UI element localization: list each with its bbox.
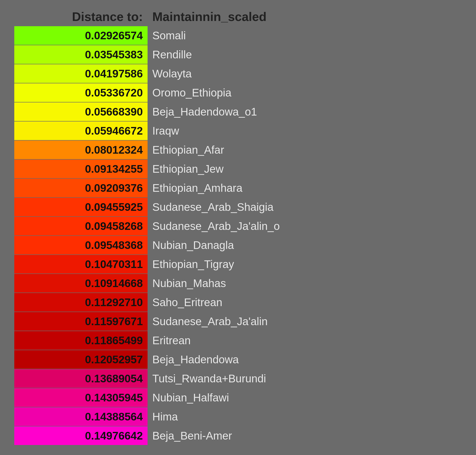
main-table: Distance to: Maintainnin_scaled 0.029265… <box>14 9 462 446</box>
population-name: Sudanese_Arab_Ja'alin_o <box>148 217 280 235</box>
population-name: Ethiopian_Jew <box>148 160 223 178</box>
table-row: 0.09209376Ethiopian_Amhara <box>14 179 462 197</box>
table-row: 0.05668390Beja_Hadendowa_o1 <box>14 102 462 121</box>
distance-value: 0.14976642 <box>14 426 148 445</box>
population-name: Oromo_Ethiopia <box>148 83 231 102</box>
population-name: Rendille <box>148 45 192 64</box>
population-name: Iraqw <box>148 122 179 140</box>
distance-value: 0.03545383 <box>14 45 148 64</box>
population-name: Hima <box>148 407 178 426</box>
distance-value: 0.13689054 <box>14 369 148 388</box>
table-row: 0.09548368Nubian_Danagla <box>14 236 462 254</box>
table-row: 0.09458268Sudanese_Arab_Ja'alin_o <box>14 217 462 235</box>
table-row: 0.02926574Somali <box>14 26 462 45</box>
distance-value: 0.09455925 <box>14 198 148 216</box>
table-row: 0.14388564Hima <box>14 407 462 426</box>
distance-value: 0.05668390 <box>14 102 148 121</box>
population-name: Nubian_Danagla <box>148 236 234 254</box>
table-row: 0.09455925Sudanese_Arab_Shaigia <box>14 198 462 216</box>
table-row: 0.10470311Ethiopian_Tigray <box>14 255 462 274</box>
distance-value: 0.09458268 <box>14 217 148 235</box>
population-name: Ethiopian_Afar <box>148 140 224 159</box>
distance-value: 0.04197586 <box>14 64 148 83</box>
population-name: Tutsi_Rwanda+Burundi <box>148 369 266 388</box>
table-row: 0.11292710Saho_Eritrean <box>14 293 462 312</box>
population-name: Nubian_Halfawi <box>148 388 229 407</box>
table-row: 0.04197586Wolayta <box>14 64 462 83</box>
distance-value: 0.10470311 <box>14 255 148 274</box>
population-name: Somali <box>148 26 186 45</box>
distance-value: 0.14388564 <box>14 407 148 426</box>
population-name: Eritrean <box>148 331 191 350</box>
table-row: 0.05946672Iraqw <box>14 122 462 140</box>
header-name-label: Maintainnin_scaled <box>148 9 267 24</box>
distance-value: 0.14305945 <box>14 388 148 407</box>
distance-value: 0.09548368 <box>14 236 148 254</box>
header-distance-label: Distance to: <box>14 9 148 24</box>
table-row: 0.11865499Eritrean <box>14 331 462 350</box>
population-name: Sudanese_Arab_Shaigia <box>148 198 273 216</box>
table-row: 0.11597671Sudanese_Arab_Ja'alin <box>14 312 462 331</box>
table-header: Distance to: Maintainnin_scaled <box>14 9 462 24</box>
distance-value: 0.11292710 <box>14 293 148 312</box>
population-name: Saho_Eritrean <box>148 293 222 312</box>
distance-value: 0.10914668 <box>14 274 148 292</box>
table-row: 0.13689054Tutsi_Rwanda+Burundi <box>14 369 462 388</box>
table-row: 0.09134255Ethiopian_Jew <box>14 160 462 178</box>
population-name: Beja_Hadendowa_o1 <box>148 102 257 121</box>
distance-value: 0.11597671 <box>14 312 148 331</box>
distance-value: 0.02926574 <box>14 26 148 45</box>
table-row: 0.14305945Nubian_Halfawi <box>14 388 462 407</box>
population-name: Beja_Beni-Amer <box>148 426 232 445</box>
table-row: 0.12052957Beja_Hadendowa <box>14 350 462 369</box>
distance-value: 0.05336720 <box>14 83 148 102</box>
table-row: 0.05336720Oromo_Ethiopia <box>14 83 462 102</box>
distance-value: 0.09209376 <box>14 179 148 197</box>
population-name: Nubian_Mahas <box>148 274 226 292</box>
population-name: Wolayta <box>148 64 192 83</box>
table-body: 0.02926574Somali0.03545383Rendille0.0419… <box>14 26 462 445</box>
population-name: Sudanese_Arab_Ja'alin <box>148 312 268 331</box>
population-name: Beja_Hadendowa <box>148 350 239 369</box>
distance-value: 0.11865499 <box>14 331 148 350</box>
population-name: Ethiopian_Tigray <box>148 255 234 274</box>
distance-value: 0.08012324 <box>14 140 148 159</box>
table-row: 0.10914668Nubian_Mahas <box>14 274 462 292</box>
table-row: 0.08012324Ethiopian_Afar <box>14 140 462 159</box>
distance-value: 0.09134255 <box>14 160 148 178</box>
table-row: 0.03545383Rendille <box>14 45 462 64</box>
population-name: Ethiopian_Amhara <box>148 179 242 197</box>
table-row: 0.14976642Beja_Beni-Amer <box>14 426 462 445</box>
distance-value: 0.05946672 <box>14 122 148 140</box>
distance-value: 0.12052957 <box>14 350 148 369</box>
